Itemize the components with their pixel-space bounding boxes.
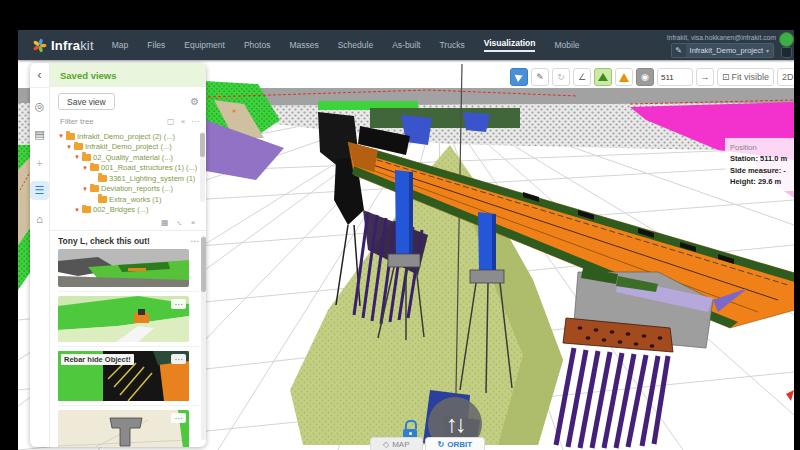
tree-item[interactable]: 3361_Lighting_system (1): [56, 173, 197, 184]
caret-icon[interactable]: ▾: [74, 206, 80, 214]
expand-icon[interactable]: ↔: [174, 216, 186, 228]
folder-icon: [66, 133, 75, 140]
nav-tab-equipment[interactable]: Equipment: [184, 40, 225, 50]
tree-item[interactable]: ▾ Deviation_reports (...): [56, 184, 197, 195]
tree-scrollbar[interactable]: [200, 132, 205, 202]
nav-tab-photos[interactable]: Photos: [244, 40, 270, 50]
tree-item[interactable]: ▾ Infrakit_Demo_project (2) (...): [56, 131, 197, 142]
saved-view-card[interactable]: ⋯: [58, 410, 199, 447]
map-mode-tab[interactable]: ◇ MAP: [370, 437, 423, 450]
station-input[interactable]: [657, 68, 693, 86]
saved-view-card[interactable]: Tony L, check this out! ⋯: [58, 233, 199, 292]
brand-text: Infrakit: [51, 38, 94, 53]
cone-icon: [619, 73, 629, 82]
layers-icon[interactable]: ▤: [30, 125, 49, 144]
close-icon[interactable]: ×: [191, 218, 196, 227]
nav-tab-trucks[interactable]: Trucks: [439, 40, 464, 50]
tree-item[interactable]: ▾ Infrakit_Demo_project (...): [56, 142, 197, 153]
position-title: Position: [730, 142, 794, 153]
caret-icon[interactable]: ▾: [82, 185, 88, 193]
bell-icon[interactable]: [781, 47, 792, 58]
nav-tab-visualization[interactable]: Visualization: [484, 38, 536, 52]
caret-icon[interactable]: ▾: [82, 164, 88, 172]
top-right-cluster: Infrakit, visa.hokkanen@infrakit.com ✎ I…: [600, 30, 790, 60]
refresh-icon: ↻: [557, 72, 565, 82]
station-pin-button[interactable]: ◉: [636, 68, 654, 86]
filter-tree-label: Filter tree: [60, 117, 94, 126]
thumbnail-art: [58, 296, 189, 342]
add-icon[interactable]: +: [30, 153, 49, 172]
tree-item[interactable]: ▾ 001_Road_structures (1) (...): [56, 163, 197, 174]
saved-views-list-icon[interactable]: ☰: [30, 181, 49, 200]
draw-tool-button[interactable]: ✎: [531, 68, 549, 86]
nav-tab-mobile[interactable]: Mobile: [554, 40, 579, 50]
tree-item[interactable]: ▾ 02_Quality_material (...): [56, 152, 197, 163]
nav-tab-masses[interactable]: Masses: [289, 40, 318, 50]
refresh-tool-button[interactable]: ↻: [552, 68, 570, 86]
position-side-measure: Side measure: -: [730, 165, 794, 176]
project-selector-button[interactable]: ✎ Infrakit_Demo_project ▾: [671, 43, 774, 58]
user-email: Infrakit, visa.hokkanen@infrakit.com: [667, 34, 776, 41]
filter-clear-icon[interactable]: ×: [181, 117, 186, 126]
caret-icon[interactable]: ▾: [74, 153, 80, 161]
tree-item-label: Infrakit_Demo_project (...): [85, 142, 172, 151]
saved-view-card[interactable]: Rebar hide Object! ⋯: [58, 351, 199, 406]
select-tool-button[interactable]: [510, 68, 528, 86]
view-thumbnail[interactable]: Rebar hide Object! ⋯: [58, 351, 189, 401]
view-thumbnail[interactable]: ⋯: [58, 410, 189, 447]
more-menu-icon[interactable]: ⋯: [171, 413, 186, 423]
tree-item-label: Deviation_reports (...): [101, 184, 173, 193]
project-name: Infrakit_Demo_project: [690, 46, 763, 55]
terrain-tool-button[interactable]: [594, 68, 612, 86]
saved-view-card[interactable]: ⋯: [58, 296, 199, 347]
notification-badge[interactable]: [779, 32, 794, 47]
mode-2d-button[interactable]: 2D: [777, 68, 794, 86]
chevron-down-icon: ▾: [766, 47, 769, 54]
tree-footer-toolbar: ▦ ↔ ×: [50, 215, 206, 231]
folder-icon: [90, 185, 99, 192]
screen: Infrakit Map Files Equipment Photos Mass…: [0, 0, 800, 450]
more-menu-icon[interactable]: ⋯: [171, 354, 186, 364]
more-menu-icon[interactable]: ⋯: [190, 236, 199, 246]
card-title: Tony L, check this out!: [58, 236, 150, 246]
filter-box-icon[interactable]: ▢: [167, 117, 175, 126]
viewport-3d: ✎ ↻ ∠ ◉ → ⊡ Fit visible 2D Streets ▾ ≡ P…: [18, 60, 794, 450]
orbit-mode-tab[interactable]: ↻ ORBIT: [425, 437, 486, 450]
filter-tree-row: Filter tree ▢ × ⋯: [50, 114, 206, 128]
nav-tab-schedule[interactable]: Schedule: [338, 40, 373, 50]
infrakit-logo[interactable]: Infrakit: [32, 38, 94, 53]
locate-icon[interactable]: ◎: [30, 97, 49, 116]
cards-scrollbar[interactable]: [201, 235, 206, 440]
save-view-button[interactable]: Save view: [58, 93, 115, 110]
angle-tool-button[interactable]: ∠: [573, 68, 591, 86]
view-mode-tabs: ◇ MAP ↻ ORBIT: [370, 437, 485, 450]
save-view-row: Save view ⚙: [50, 87, 206, 114]
nav-tab-files[interactable]: Files: [147, 40, 165, 50]
caret-icon[interactable]: ▾: [58, 132, 64, 140]
terrain-icon: [598, 73, 608, 81]
pinwheel-logo-icon: [32, 38, 47, 53]
view-thumbnail[interactable]: ⋯: [58, 296, 189, 342]
grid-view-icon[interactable]: ▦: [161, 218, 169, 227]
view-thumbnail[interactable]: [58, 249, 189, 287]
caret-icon[interactable]: ▾: [66, 143, 72, 151]
tree-item[interactable]: Extra_works (1): [56, 194, 197, 205]
go-to-station-button[interactable]: →: [696, 68, 714, 86]
position-station: Station: 511.0 m: [730, 153, 794, 164]
gear-icon[interactable]: ⚙: [190, 96, 199, 107]
map-icon: ◇: [383, 440, 389, 449]
folder-icon: [90, 164, 99, 171]
models-icon[interactable]: ⌂: [30, 209, 49, 228]
filter-more-icon[interactable]: ⋯: [191, 117, 199, 126]
tree-item[interactable]: ▾ 002_Bridges (...): [56, 205, 197, 216]
nav-tab-as-built[interactable]: As-built: [392, 40, 420, 50]
tree-item-label: Infrakit_Demo_project (2) (...): [77, 132, 175, 141]
cone-tool-button[interactable]: [615, 68, 633, 86]
more-menu-icon[interactable]: ⋯: [171, 299, 186, 309]
collapse-sidebar-button[interactable]: ‹: [30, 63, 49, 88]
folder-icon: [98, 196, 107, 203]
nav-tab-map[interactable]: Map: [112, 40, 129, 50]
fit-visible-button[interactable]: ⊡ Fit visible: [717, 68, 774, 86]
tree-item-label: 02_Quality_material (...): [93, 153, 173, 162]
sidebar-icon-strip: ‹ ◎ ▤ + ☰ ⌂: [30, 63, 50, 447]
